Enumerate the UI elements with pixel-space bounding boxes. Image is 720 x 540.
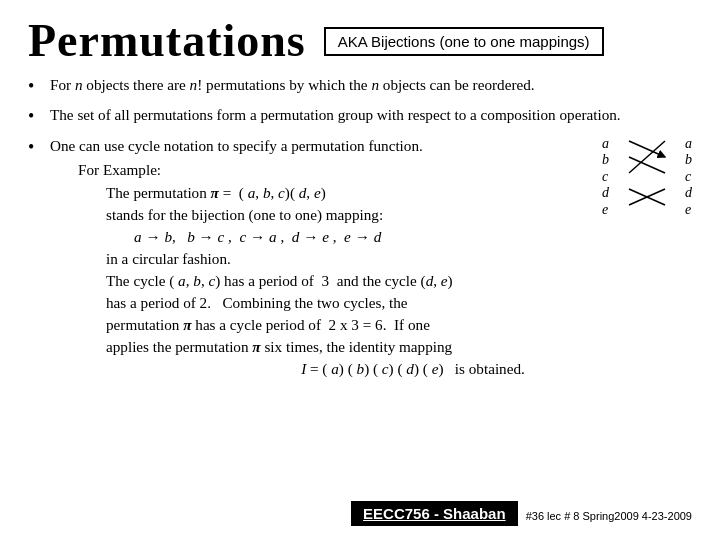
cycle-period-line4: applies the permutation π six times, the… — [106, 336, 692, 358]
bullet-2-text: The set of all permutations form a permu… — [50, 104, 621, 126]
aka-label: AKA Bijections (one to one mappings) — [324, 27, 604, 56]
page-title: Permutations — [28, 18, 306, 64]
circular-line: in a circular fashion. — [106, 248, 692, 270]
course-label: EECC756 - Shaaban — [351, 501, 518, 526]
svg-line-1 — [629, 157, 665, 173]
cycle-period-line2: has a period of 2. Combining the two cyc… — [106, 292, 692, 314]
slide-info: #36 lec # 8 Spring2009 4-23-2009 — [526, 509, 692, 526]
cycle-period-line3: permutation π has a cycle period of 2 x … — [106, 314, 692, 336]
content-area: • For n objects there are n! permutation… — [28, 74, 692, 501]
arrows-svg — [627, 137, 667, 217]
bullet-3-content: One can use cycle notation to specify a … — [50, 135, 692, 380]
bullet-2: • — [28, 105, 50, 128]
header: Permutations AKA Bijections (one to one … — [28, 18, 692, 64]
cycle-period-line1: The cycle ( a, b, c) has a period of 3 a… — [106, 270, 692, 292]
bullet-3: • — [28, 136, 50, 159]
list-item-1: • For n objects there are n! permutation… — [28, 74, 692, 98]
svg-line-2 — [629, 141, 665, 173]
bijection-diagram: a b c d e — [602, 137, 692, 217]
bullet-list: • For n objects there are n! permutation… — [28, 74, 692, 380]
list-item-2: • The set of all permutations form a per… — [28, 104, 692, 128]
bullet-3-text: One can use cycle notation to specify a … — [50, 137, 423, 154]
diagram-right-col: a b c d e — [685, 137, 692, 217]
svg-line-0 — [629, 141, 665, 157]
list-item-3: • One can use cycle notation to specify … — [28, 135, 692, 380]
diagram-arrows — [627, 137, 667, 217]
bullet-1: • — [28, 75, 50, 98]
for-example-label: For Example: — [78, 159, 692, 181]
identity-line: I = ( a) ( b) ( c) ( d) ( e) is obtained… — [78, 358, 692, 380]
for-example-block: For Example: The permutation π = ( a, b,… — [78, 159, 692, 380]
footer: EECC756 - Shaaban #36 lec # 8 Spring2009… — [28, 501, 692, 526]
bullet-1-text: For n objects there are n! permutations … — [50, 74, 535, 96]
diagram-left-col: a b c d e — [602, 137, 609, 217]
page: Permutations AKA Bijections (one to one … — [0, 0, 720, 540]
mapping-line: a → b, b → c , c → a , d → e , e → d — [134, 226, 692, 248]
